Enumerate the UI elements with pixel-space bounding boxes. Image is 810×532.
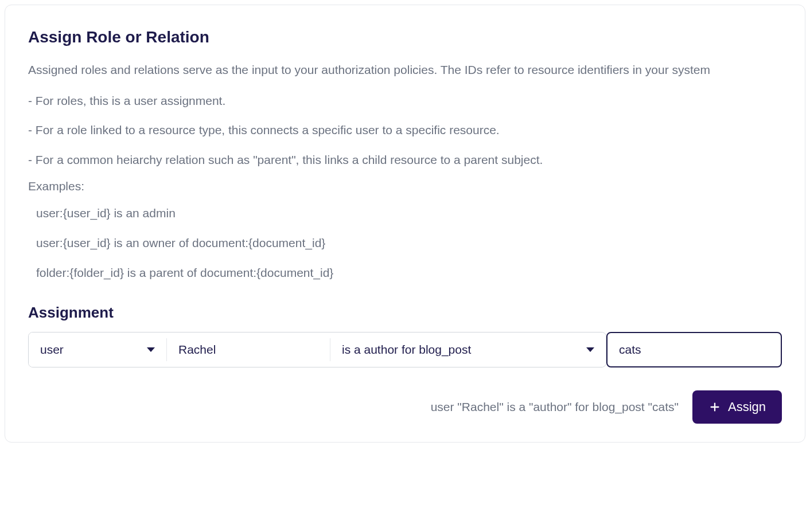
assignment-summary: user "Rachel" is a "author" for blog_pos…	[431, 400, 679, 414]
example-admin: user:{user_id} is an admin	[28, 204, 782, 223]
subject-type-value: user	[40, 343, 64, 357]
assignment-section-title: Assignment	[28, 304, 782, 322]
card-title: Assign Role or Relation	[28, 28, 782, 46]
subject-id-input[interactable]	[167, 332, 330, 367]
resource-id-input[interactable]	[606, 332, 782, 367]
chevron-down-icon	[586, 347, 594, 352]
plus-icon	[708, 401, 721, 413]
bullet-role-resource: - For a role linked to a resource type, …	[28, 120, 782, 140]
example-parent: folder:{folder_id} is a parent of docume…	[28, 263, 782, 283]
relation-select[interactable]: is a author for blog_post	[330, 332, 606, 367]
chevron-down-icon	[147, 347, 155, 352]
assignment-row: user is a author for blog_post	[28, 332, 782, 367]
assignment-field-group: user is a author for blog_post	[28, 332, 606, 367]
subject-type-select[interactable]: user	[29, 332, 166, 367]
bullet-hierarchy: - For a common heiarchy relation such as…	[28, 150, 782, 170]
examples-label: Examples:	[28, 179, 782, 193]
card-description: Assigned roles and relations serve as th…	[28, 60, 782, 80]
footer-row: user "Rachel" is a "author" for blog_pos…	[28, 390, 782, 424]
assign-button[interactable]: Assign	[692, 390, 782, 424]
assign-button-label: Assign	[728, 400, 766, 414]
relation-value: is a author for blog_post	[342, 343, 471, 357]
bullet-roles: - For roles, this is a user assignment.	[28, 91, 782, 111]
example-owner: user:{user_id} is an owner of document:{…	[28, 233, 782, 253]
assign-role-card: Assign Role or Relation Assigned roles a…	[5, 5, 805, 443]
